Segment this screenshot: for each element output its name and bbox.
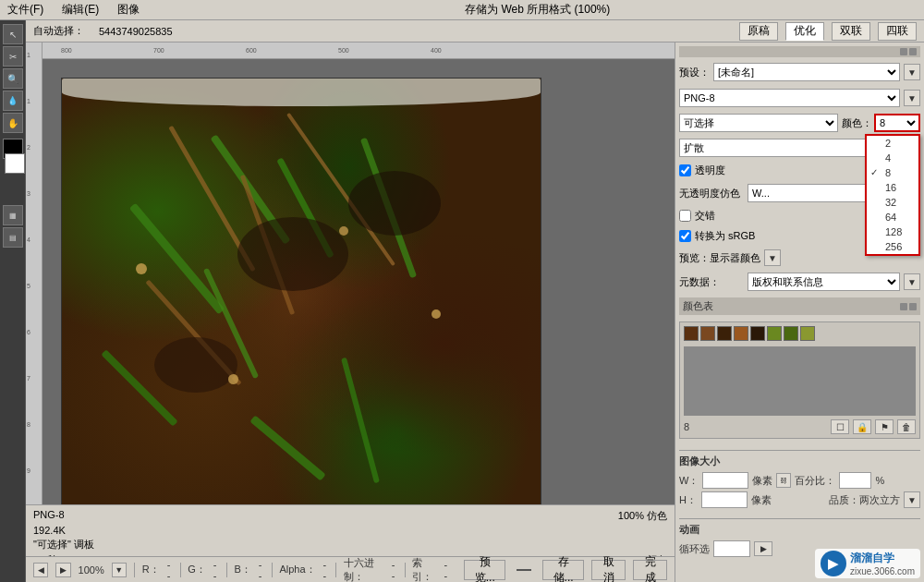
panel-dots [900, 48, 917, 55]
right-panel: 预设： [未命名] ▼ PNG-8 ▼ 可选择 [675, 42, 924, 582]
tab-original[interactable]: 原稿 [739, 22, 778, 41]
color-option-32[interactable]: 32 [867, 195, 918, 210]
tool-arrow[interactable]: ↖ [3, 24, 23, 44]
preview-expand-btn[interactable]: ▼ [764, 249, 781, 266]
menu-image[interactable]: 图像 [114, 2, 143, 18]
swatch-btn-2[interactable]: 🔒 [853, 419, 871, 434]
done-button[interactable]: 完成 [633, 560, 667, 580]
color-option-4[interactable]: 4 [867, 151, 918, 165]
color-table-section[interactable]: 颜色表 [679, 297, 920, 315]
height-row: H： 1118 像素 品质：两次立方 ▼ [679, 491, 920, 508]
menu-edit[interactable]: 编辑(E) [58, 2, 103, 18]
swatch-btn-1[interactable]: ☐ [831, 419, 849, 434]
tab-dual[interactable]: 双联 [832, 22, 870, 41]
image-info-bar: PNG-8 100% 仿色 192.4K "可选择" 调板 36 秒 @ 56.… [26, 504, 675, 556]
menu-file[interactable]: 文件(F) [4, 2, 47, 18]
swatch-1[interactable] [700, 326, 715, 341]
coord-display: 5443749025835 [99, 26, 173, 37]
image-format: PNG-8 [33, 509, 65, 523]
r-label: R： [142, 563, 160, 576]
b-value: -- [259, 559, 264, 581]
format-menu-btn[interactable]: ▼ [904, 90, 920, 106]
preset-select[interactable]: [未命名] [713, 63, 900, 81]
format-select[interactable]: PNG-8 [679, 89, 900, 107]
swatch-4[interactable] [750, 326, 765, 341]
height-unit: 像素 [751, 493, 772, 507]
panel-dot-1 [900, 48, 907, 55]
zoom-dropdown[interactable]: ▼ [112, 563, 127, 577]
swatch-btn-3[interactable]: ⚑ [875, 419, 894, 434]
interlace-checkbox[interactable] [679, 210, 691, 222]
tool-eyedropper[interactable]: 💧 [3, 91, 23, 111]
tool-slice-select[interactable]: ▤ [3, 227, 23, 248]
quality-dropdown-btn[interactable]: ▼ [904, 491, 920, 508]
convert-srgb-checkbox[interactable] [679, 230, 691, 242]
color-option-128[interactable]: 128 [867, 224, 918, 239]
swatch-5[interactable] [767, 326, 782, 341]
tool-zoom[interactable]: 🔍 [3, 68, 23, 89]
image-size-section: 图像大小 W： 960 像素 ⛓ 百分比： 100 % H： 1118 像素 [679, 450, 920, 511]
selectable-select[interactable]: 可选择 [679, 114, 838, 132]
tool-slice[interactable]: ▦ [3, 205, 23, 225]
watermark: ▶ 溜溜自学 zixue.3066.com [815, 549, 920, 578]
swatch-grid [684, 326, 916, 341]
width-input[interactable]: 960 [702, 472, 748, 489]
metadata-expand-btn[interactable]: ▼ [904, 273, 920, 290]
color-option-256[interactable]: 256 [867, 239, 918, 254]
food-image [62, 79, 541, 504]
color-option-2[interactable]: 2 [867, 136, 918, 151]
color-option-16[interactable]: 16 [867, 180, 918, 195]
swatch-7[interactable] [800, 326, 815, 341]
index-label: 索引： [412, 556, 436, 583]
metadata-label: 元数据： [679, 275, 744, 289]
nav-prev[interactable]: ◀ [33, 563, 48, 577]
divider-4 [272, 563, 273, 577]
tab-optimized[interactable]: 优化 [785, 22, 824, 41]
percent-label: 百分比： [795, 474, 835, 488]
color-label: 颜色： [842, 116, 872, 130]
vertical-ruler: 1 1 2 3 4 5 6 7 8 9 [26, 42, 43, 504]
height-input[interactable]: 1118 [701, 491, 748, 508]
loop-play[interactable]: ▶ [754, 541, 772, 556]
height-label: H： [679, 493, 698, 507]
r-value: -- [167, 559, 173, 581]
separator [517, 569, 531, 571]
swatch-3[interactable] [734, 326, 748, 341]
metadata-select[interactable]: 版权和联系信息 [748, 273, 900, 291]
preset-bar: 预设： [未命名] ▼ [679, 63, 920, 81]
tool-crop[interactable]: ✂ [3, 46, 23, 67]
interlace-label: 交错 [695, 209, 715, 223]
swatch-0[interactable] [684, 326, 699, 341]
nav-next[interactable]: ▶ [55, 563, 70, 577]
color-option-64[interactable]: 64 [867, 210, 918, 224]
link-icon[interactable]: ⛓ [776, 473, 791, 488]
cancel-button[interactable]: 取消 [591, 560, 626, 580]
color-select[interactable]: 8 [874, 114, 920, 132]
tab-quad[interactable]: 四联 [878, 22, 917, 41]
swatch-2[interactable] [717, 326, 732, 341]
color-option-8[interactable]: 8 [867, 165, 918, 180]
swatch-value-label: 8 [684, 421, 689, 432]
transparency-checkbox[interactable] [679, 164, 691, 176]
divider-1 [134, 563, 135, 577]
swatch-6[interactable] [784, 326, 798, 341]
b-label: B： [234, 563, 250, 576]
divider-2 [180, 563, 181, 577]
color-table-dots [900, 303, 917, 310]
status-bar: ◀ ▶ 100% ▼ R： -- G： -- B： -- Alpha： -- [26, 556, 675, 582]
watermark-text: 溜溜自学 zixue.3066.com [850, 551, 915, 576]
background-color[interactable] [5, 153, 25, 174]
preview-label: 预览：显示器颜色 [679, 251, 760, 265]
panel-dot-2 [909, 48, 917, 55]
swatch-preview-area [684, 346, 916, 416]
save-button[interactable]: 存储... [542, 560, 584, 580]
preview-button[interactable]: 预览... [464, 560, 505, 580]
percent-input[interactable]: 100 [839, 472, 871, 489]
watermark-logo: ▶ [821, 551, 846, 576]
percent-unit: % [875, 475, 884, 486]
tool-hand[interactable]: ✋ [3, 113, 23, 133]
swatch-btn-4[interactable]: 🗑 [897, 419, 916, 434]
convert-srgb-label: 转换为 sRGB [695, 229, 755, 243]
loop-input[interactable] [713, 540, 750, 557]
preset-menu-btn[interactable]: ▼ [904, 64, 920, 80]
